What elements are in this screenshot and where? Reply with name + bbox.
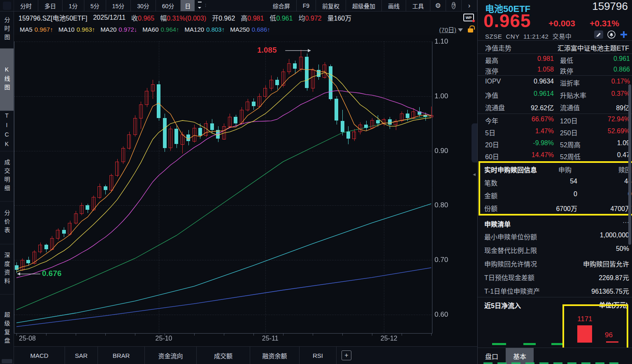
list-label: 申购赎回允许情况 bbox=[484, 259, 537, 269]
x-axis-label-25-08: 25-08 bbox=[19, 335, 36, 342]
toolbar-button-1分[interactable]: 1分 bbox=[63, 0, 84, 11]
sidebar-item-深度资料[interactable]: 深度资料 bbox=[0, 244, 14, 294]
list-value: 2269.87元 bbox=[599, 272, 629, 282]
toolbar-button-前复权[interactable]: 前复权 bbox=[316, 0, 346, 11]
toolbar-button-画线[interactable]: 画线 bbox=[382, 0, 406, 11]
toolbar-button-5分[interactable]: 5分 bbox=[84, 0, 106, 11]
y-axis-label-1.10: 1.10 bbox=[434, 37, 448, 46]
stat-label: 流通值 bbox=[560, 102, 580, 112]
toolbar-button-综合屏[interactable]: 综合屏 bbox=[267, 0, 297, 11]
flow-highlight-box bbox=[562, 304, 628, 350]
indicator-tab-融资余额[interactable]: 融资余额 bbox=[250, 347, 300, 364]
ma-period-label[interactable]: (70日) bbox=[439, 25, 456, 34]
list-value: 50% bbox=[616, 245, 629, 253]
stat-value: 0.37% bbox=[588, 90, 630, 97]
sidebar-item-超级复盘[interactable]: 超级复盘 bbox=[0, 294, 14, 364]
period-dropdown-icon[interactable] bbox=[195, 0, 205, 11]
sidebar-item-成交明细[interactable]: 成交明细 bbox=[0, 151, 14, 202]
ma-field-MA60: MA600.964↑ bbox=[142, 26, 179, 33]
collapse-arrow-icon[interactable]: ◀ bbox=[473, 172, 476, 176]
list-label: 最小申赎单位份额 bbox=[484, 232, 537, 241]
price-change-pct: +0.31% bbox=[590, 19, 619, 28]
sidebar-bottom-handle[interactable] bbox=[2, 359, 12, 363]
subscribe-col2: 赎回 bbox=[581, 165, 632, 174]
stock-code-name: 159796.SZ[电池50ETF] bbox=[19, 13, 87, 23]
stat-value: 0.866 bbox=[588, 66, 630, 73]
stat-value: 0.981 bbox=[515, 55, 554, 63]
indicator-tab-成交额[interactable]: 成交额 bbox=[197, 347, 250, 364]
kline-chart-canvas[interactable] bbox=[14, 35, 477, 348]
ma-field-MA10: MA100.963↑ bbox=[58, 26, 95, 33]
stock-info-bar: 159796.SZ[电池50ETF] 2025/12/11 收0.965幅0.3… bbox=[14, 12, 477, 23]
etf-code: 159796 bbox=[592, 0, 628, 13]
list-label: T-1日单位申赎资产 bbox=[484, 286, 540, 296]
toolbar-button-60分[interactable]: 60分 bbox=[156, 0, 181, 11]
more-arrow-icon[interactable]: › bbox=[462, 0, 477, 11]
sidebar-item-TICK[interactable]: TICK bbox=[0, 111, 14, 151]
toolbar-button-F9[interactable]: F9 bbox=[297, 0, 316, 11]
list-value: 1,000,000 bbox=[600, 232, 629, 239]
valuation-row-净值: 净值0.9614升贴水率0.37% bbox=[478, 90, 632, 102]
quote-time: 11:21:42 bbox=[523, 33, 548, 40]
sidebar-item-分价表[interactable]: 分价表 bbox=[0, 202, 14, 244]
range-row-最高: 最高0.981最低0.961 bbox=[478, 55, 632, 67]
toolbar-button-15分[interactable]: 15分 bbox=[106, 0, 131, 11]
y-axis-label-0.60: 0.60 bbox=[434, 311, 448, 319]
stat-label: 250日 bbox=[560, 128, 578, 137]
toolbar-button-日[interactable]: 日 bbox=[181, 0, 195, 11]
nav-row: 净值走势汇添富中证电池主题ETF bbox=[478, 43, 632, 54]
toolbar-button-多日[interactable]: 多日 bbox=[38, 0, 63, 11]
panel-tab-基本[interactable]: 基本 bbox=[506, 348, 534, 364]
kline-chart: 1.101.000.900.800.700.6025-0825-1025-112… bbox=[14, 35, 477, 348]
currency: CNY bbox=[506, 33, 520, 40]
sidebar-item-K线图[interactable]: K线图 bbox=[0, 49, 14, 111]
stat-value: 0.9634 bbox=[515, 78, 554, 85]
stat-label: 60日 bbox=[485, 151, 499, 161]
toolbar-button-超级叠加[interactable]: 超级叠加 bbox=[346, 0, 382, 11]
toolbar-button-30分[interactable]: 30分 bbox=[131, 0, 156, 11]
toolbar-button-工具[interactable]: 工具 bbox=[406, 0, 430, 11]
indicator-tab-BRAR[interactable]: BRAR bbox=[98, 347, 145, 364]
session-info: SZSE CNY 11:21:42 交易中 bbox=[485, 32, 572, 40]
quote-field-高: 高0.981 bbox=[241, 15, 264, 22]
corner-button[interactable] bbox=[0, 0, 14, 11]
quote-field-均: 均0.972 bbox=[298, 15, 321, 22]
clipped-quote-strip bbox=[483, 362, 623, 364]
stat-value: 0.47 bbox=[588, 151, 630, 159]
wp-monitor-icon[interactable]: WP bbox=[463, 14, 474, 21]
quote-field-量: 量160万 bbox=[327, 15, 351, 22]
indicator-tab-RSI[interactable]: RSI bbox=[300, 347, 337, 364]
help-icon[interactable]: ? bbox=[446, 0, 462, 11]
stat-label: 52周高 bbox=[560, 139, 581, 149]
add-indicator-button[interactable]: + bbox=[342, 350, 351, 360]
flow-bar-2 bbox=[523, 343, 536, 345]
help-question-glyph: ? bbox=[452, 2, 455, 9]
panel-scrollbar[interactable] bbox=[628, 84, 631, 245]
low-annotation: 0.676 bbox=[42, 269, 62, 278]
ma-period-control[interactable]: (70日) bbox=[439, 25, 463, 34]
high-annotation: 1.085 bbox=[257, 46, 277, 55]
indicator-tab-SAR[interactable]: SAR bbox=[65, 347, 98, 364]
stat-label: 20日 bbox=[485, 139, 499, 149]
gear-icon[interactable]: ⚙ bbox=[430, 0, 446, 11]
ma-values-bar: MA50.967↑MA100.963↑MA200.972↓MA600.964↑M… bbox=[14, 23, 477, 35]
unlock-icon[interactable] bbox=[468, 28, 473, 32]
alert-bell-icon[interactable] bbox=[607, 30, 616, 39]
edit-pencil-icon[interactable] bbox=[594, 30, 603, 39]
toolbar-button-分时[interactable]: 分时 bbox=[14, 0, 38, 11]
stat-value: 66.67% bbox=[515, 116, 554, 123]
indicator-tab-资金流向[interactable]: 资金流向 bbox=[145, 347, 197, 364]
panel-tab-盘口[interactable]: 盘口 bbox=[478, 348, 506, 364]
y-axis-label-0.70: 0.70 bbox=[434, 256, 448, 264]
sidebar-item-分时图[interactable]: 分时图 bbox=[0, 12, 14, 49]
nav-label: 净值走势 bbox=[485, 43, 511, 53]
list-label: 现金替代比例上限 bbox=[484, 245, 537, 255]
panel-collapse-handle[interactable] bbox=[472, 123, 477, 162]
stat-label: 最低 bbox=[560, 55, 573, 65]
add-watchlist-icon[interactable] bbox=[620, 30, 628, 39]
sub-label: 份额 bbox=[484, 203, 497, 213]
stat-value: 0.9614 bbox=[515, 90, 554, 97]
stat-label: IOPV bbox=[485, 78, 501, 85]
list-label: T日预估现金差额 bbox=[484, 272, 534, 282]
indicator-tab-MACD[interactable]: MACD bbox=[14, 347, 65, 364]
